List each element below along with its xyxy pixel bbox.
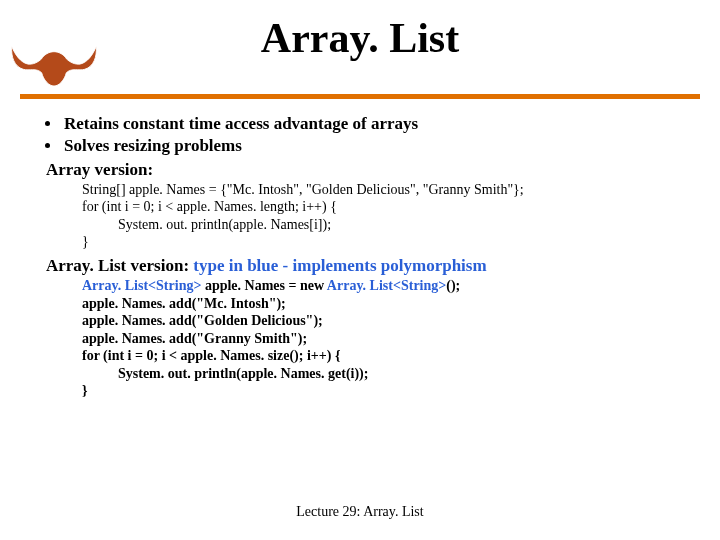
code-line: System. out. println(apple. Names. get(i… — [82, 365, 700, 383]
slide-title: Array. List — [20, 8, 700, 62]
slide-footer: Lecture 29: Array. List — [0, 504, 720, 520]
array-code-block: String[] apple. Names = {"Mc. Intosh", "… — [82, 181, 700, 251]
slide-body: Retains constant time access advantage o… — [20, 113, 700, 400]
arraylist-code-block: Array. List<String> apple. Names = new A… — [82, 277, 700, 400]
code-line: for (int i = 0; i < apple. Names. length… — [82, 198, 700, 216]
arraylist-version-heading: Array. List version: type in blue - impl… — [46, 255, 700, 276]
code-line: Array. List<String> apple. Names = new A… — [82, 277, 700, 295]
bullet-item: Retains constant time access advantage o… — [62, 113, 700, 134]
code-line: apple. Names. add("Golden Delicious"); — [82, 312, 700, 330]
array-version-heading: Array version: — [46, 159, 700, 180]
code-line: System. out. println(apple. Names[i]); — [82, 216, 700, 234]
bullet-item: Solves resizing problems — [62, 135, 700, 156]
code-line: apple. Names. add("Granny Smith"); — [82, 330, 700, 348]
divider — [20, 94, 700, 99]
code-line: apple. Names. add("Mc. Intosh"); — [82, 295, 700, 313]
code-line: } — [82, 382, 700, 400]
code-line: for (int i = 0; i < apple. Names. size()… — [82, 347, 700, 365]
arraylist-label-suffix: type in blue - implements polymorphism — [189, 256, 487, 275]
code-line: String[] apple. Names = {"Mc. Intosh", "… — [82, 181, 700, 199]
code-line: } — [82, 233, 700, 251]
arraylist-label-prefix: Array. List version: — [46, 256, 189, 275]
longhorn-logo — [10, 36, 98, 92]
